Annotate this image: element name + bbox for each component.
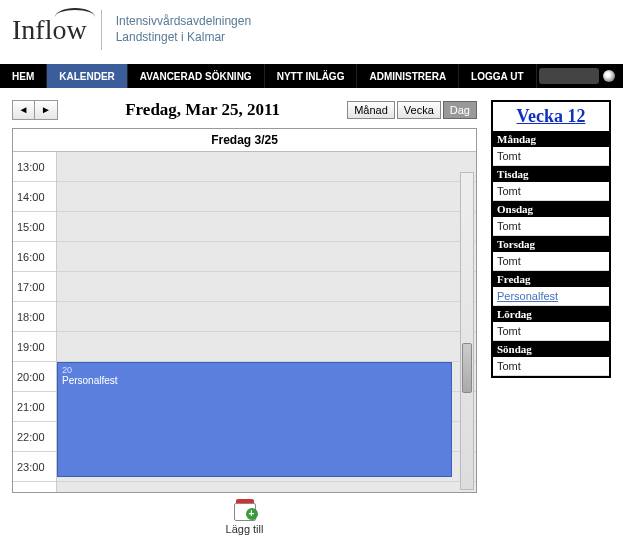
- nav-administrera[interactable]: ADMINISTRERA: [357, 64, 459, 88]
- sidebar-day-empty: Tomt: [493, 252, 609, 271]
- sidebar-day-name: Torsdag: [493, 236, 609, 252]
- view-switch: Månad Vecka Dag: [347, 101, 477, 119]
- sidebar-day-name: Fredag: [493, 271, 609, 287]
- sidebar-day-block: TisdagTomt: [493, 166, 609, 201]
- view-week-button[interactable]: Vecka: [397, 101, 441, 119]
- week-sidebar: Vecka 12 MåndagTomtTisdagTomtOnsdagTomtT…: [491, 100, 611, 378]
- sidebar-day-name: Lördag: [493, 306, 609, 322]
- scrollbar-thumb[interactable]: [462, 343, 472, 393]
- hour-label: 21:00: [13, 392, 56, 422]
- nav-hem[interactable]: HEM: [0, 64, 47, 88]
- main-nav: HEM KALENDER AVANCERAD SÖKNING NYTT INLÄ…: [0, 64, 623, 88]
- plus-icon: +: [246, 508, 258, 520]
- add-event-row: + Lägg till: [12, 493, 477, 545]
- subtitle-line2: Landstinget i Kalmar: [116, 30, 251, 46]
- sidebar-day-block: OnsdagTomt: [493, 201, 609, 236]
- subtitle-line1: Intensivvårdsavdelningen: [116, 14, 251, 30]
- sidebar-day-name: Söndag: [493, 341, 609, 357]
- event-title: Personalfest: [62, 375, 447, 386]
- sidebar-day-empty: Tomt: [493, 217, 609, 236]
- hour-slot[interactable]: [57, 152, 476, 182]
- app-logo: Inflow: [12, 14, 87, 46]
- hour-label: 13:00: [13, 152, 56, 182]
- calendar-toolbar: ◄ ► Fredag, Mar 25, 2011 Månad Vecka Dag: [12, 100, 477, 120]
- hour-slot[interactable]: [57, 242, 476, 272]
- main-column: ◄ ► Fredag, Mar 25, 2011 Månad Vecka Dag…: [12, 100, 477, 545]
- add-event-label[interactable]: Lägg till: [12, 523, 477, 535]
- nav-search: [539, 64, 623, 88]
- week-link[interactable]: Vecka 12: [517, 106, 586, 126]
- sidebar-day-block: FredagPersonalfest: [493, 271, 609, 306]
- event-time: 20: [62, 365, 447, 375]
- sidebar-day-empty: Tomt: [493, 357, 609, 376]
- nav-avancerad-sokning[interactable]: AVANCERAD SÖKNING: [128, 64, 265, 88]
- sidebar-day-block: LördagTomt: [493, 306, 609, 341]
- slot-column[interactable]: 20 Personalfest: [57, 152, 476, 492]
- hour-label: 22:00: [13, 422, 56, 452]
- search-input[interactable]: [539, 68, 599, 84]
- hour-label: 17:00: [13, 272, 56, 302]
- hour-label: 18:00: [13, 302, 56, 332]
- view-month-button[interactable]: Månad: [347, 101, 395, 119]
- hour-label: 20:00: [13, 362, 56, 392]
- date-title: Fredag, Mar 25, 2011: [58, 100, 347, 120]
- hour-label: 14:00: [13, 182, 56, 212]
- calendar-scrollbar[interactable]: [460, 172, 474, 490]
- search-icon[interactable]: [603, 70, 615, 82]
- sidebar-day-empty: Tomt: [493, 322, 609, 341]
- hour-label: 16:00: [13, 242, 56, 272]
- logo-swirl-icon: [55, 8, 95, 26]
- hour-slot[interactable]: [57, 302, 476, 332]
- day-header: Fredag 3/25: [13, 129, 476, 152]
- add-event-icon[interactable]: +: [234, 499, 256, 521]
- hour-label: 23:00: [13, 452, 56, 482]
- sidebar-day-event-link[interactable]: Personalfest: [493, 287, 609, 306]
- app-header: Inflow Intensivvårdsavdelningen Landstin…: [0, 0, 623, 64]
- content-area: ◄ ► Fredag, Mar 25, 2011 Månad Vecka Dag…: [0, 88, 623, 546]
- time-column: 13:00 14:00 15:00 16:00 17:00 18:00 19:0…: [13, 152, 57, 492]
- nav-kalender[interactable]: KALENDER: [47, 64, 128, 88]
- nav-logga-ut[interactable]: LOGGA UT: [459, 64, 536, 88]
- calendar-grid: 13:00 14:00 15:00 16:00 17:00 18:00 19:0…: [13, 152, 476, 492]
- sidebar-day-empty: Tomt: [493, 182, 609, 201]
- hour-slot[interactable]: [57, 332, 476, 362]
- nav-nytt-inlagg[interactable]: NYTT INLÄGG: [265, 64, 358, 88]
- header-subtitle: Intensivvårdsavdelningen Landstinget i K…: [116, 14, 251, 45]
- calendar-event[interactable]: 20 Personalfest: [57, 362, 452, 477]
- hour-slot[interactable]: [57, 272, 476, 302]
- view-day-button[interactable]: Dag: [443, 101, 477, 119]
- next-day-button[interactable]: ►: [35, 101, 57, 119]
- sidebar-day-block: SöndagTomt: [493, 341, 609, 376]
- date-nav-arrows: ◄ ►: [12, 100, 58, 120]
- header-divider: [101, 10, 102, 50]
- sidebar-day-name: Tisdag: [493, 166, 609, 182]
- sidebar-title: Vecka 12: [493, 102, 609, 131]
- prev-day-button[interactable]: ◄: [13, 101, 35, 119]
- hour-slot[interactable]: [57, 182, 476, 212]
- hour-label: 19:00: [13, 332, 56, 362]
- sidebar-day-block: TorsdagTomt: [493, 236, 609, 271]
- hour-label: 15:00: [13, 212, 56, 242]
- day-calendar: Fredag 3/25 13:00 14:00 15:00 16:00 17:0…: [12, 128, 477, 493]
- sidebar-day-empty: Tomt: [493, 147, 609, 166]
- hour-slot[interactable]: [57, 212, 476, 242]
- sidebar-day-block: MåndagTomt: [493, 131, 609, 166]
- sidebar-day-name: Måndag: [493, 131, 609, 147]
- sidebar-day-name: Onsdag: [493, 201, 609, 217]
